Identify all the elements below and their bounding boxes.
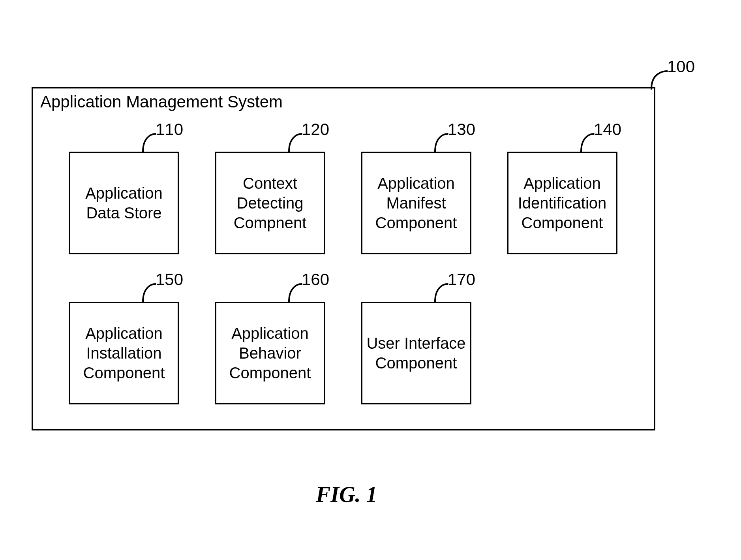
lead-line-130 (432, 130, 456, 154)
component-box-160: Application Behavior Component (215, 302, 325, 404)
component-label: Application Identification Component (512, 173, 612, 233)
component-label: User Interface Component (366, 333, 466, 373)
lead-line-160 (286, 280, 310, 304)
component-label: Application Installation Component (74, 323, 174, 383)
component-label: Application Data Store (74, 183, 174, 223)
component-label: Application Manifest Component (366, 173, 466, 233)
component-label: Context Detecting Compnent (220, 173, 320, 233)
lead-line-170 (432, 280, 456, 304)
lead-line-120 (286, 130, 310, 154)
system-title: Application Management System (40, 92, 283, 111)
lead-line-110 (140, 130, 163, 154)
component-box-170: User Interface Component (361, 302, 471, 404)
component-box-110: Application Data Store (69, 152, 179, 254)
diagram-canvas: 100 Application Management System Applic… (0, 0, 741, 560)
component-box-120: Context Detecting Compnent (215, 152, 325, 254)
figure-caption: FIG. 1 (316, 482, 377, 507)
lead-line-140 (578, 130, 602, 154)
component-box-140: Application Identification Component (507, 152, 617, 254)
component-box-150: Application Installation Component (69, 302, 179, 404)
component-box-130: Application Manifest Component (361, 152, 471, 254)
lead-line-150 (140, 280, 163, 304)
system-box: Application Management System Applicatio… (32, 87, 655, 430)
component-label: Application Behavior Component (220, 323, 320, 383)
